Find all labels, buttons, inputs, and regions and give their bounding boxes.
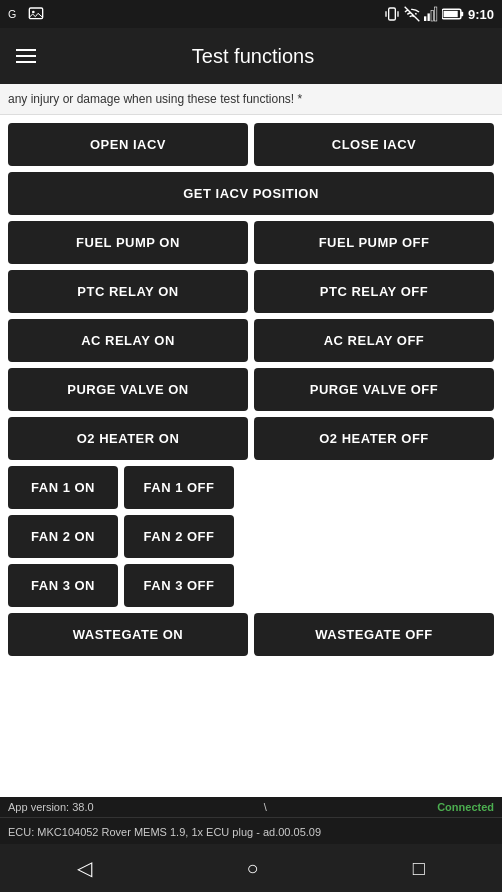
status-bar-right: 9:10 <box>384 6 494 22</box>
svg-rect-8 <box>431 11 433 22</box>
google-icon: G <box>8 6 24 22</box>
status-line-version: App version: 38.0 \ Connected <box>0 797 502 818</box>
navigation-bar: ◁ ○ □ <box>0 844 502 892</box>
ptc-relay-row: PTC RELAY ON PTC RELAY OFF <box>8 270 494 313</box>
wastegate-row: WASTEGATE ON WASTEGATE OFF <box>8 613 494 656</box>
ecu-info-text: ECU: MKC104052 Rover MEMS 1.9, 1x ECU pl… <box>8 826 321 838</box>
fan1-off-button[interactable]: FAN 1 OFF <box>124 466 234 509</box>
close-iacv-button[interactable]: CLOSE IACV <box>254 123 494 166</box>
photo-icon <box>28 6 44 22</box>
purge-valve-row: PURGE VALVE ON PURGE VALVE OFF <box>8 368 494 411</box>
app-version-text: App version: 38.0 <box>8 801 94 813</box>
ac-relay-off-button[interactable]: AC RELAY OFF <box>254 319 494 362</box>
toolbar-title: Test functions <box>52 45 454 68</box>
get-iacv-position-row: GET IACV POSITION <box>8 172 494 215</box>
svg-text:G: G <box>8 8 16 20</box>
svg-rect-1 <box>29 8 42 19</box>
ac-relay-row: AC RELAY ON AC RELAY OFF <box>8 319 494 362</box>
status-bottom-bar: App version: 38.0 \ Connected ECU: MKC10… <box>0 797 502 844</box>
fan3-on-button[interactable]: FAN 3 ON <box>8 564 118 607</box>
status-line-ecu: ECU: MKC104052 Rover MEMS 1.9, 1x ECU pl… <box>0 818 502 844</box>
open-iacv-button[interactable]: OPEN IACV <box>8 123 248 166</box>
svg-rect-11 <box>461 12 463 17</box>
purge-valve-off-button[interactable]: PURGE VALVE OFF <box>254 368 494 411</box>
status-bar: G 9:10 <box>0 0 502 28</box>
wastegate-on-button[interactable]: WASTEGATE ON <box>8 613 248 656</box>
status-time: 9:10 <box>468 7 494 22</box>
signal-icon <box>424 6 438 22</box>
o2-heater-on-button[interactable]: O2 HEATER ON <box>8 417 248 460</box>
svg-rect-7 <box>427 13 429 21</box>
fuel-pump-row: FUEL PUMP ON FUEL PUMP OFF <box>8 221 494 264</box>
fan2-off-button[interactable]: FAN 2 OFF <box>124 515 234 558</box>
home-button[interactable]: ○ <box>246 857 258 880</box>
purge-valve-on-button[interactable]: PURGE VALVE ON <box>8 368 248 411</box>
wifi-icon <box>404 6 420 22</box>
warning-text: any injury or damage when using these te… <box>0 84 502 115</box>
svg-rect-9 <box>434 7 436 21</box>
battery-icon <box>442 7 464 21</box>
get-iacv-position-button[interactable]: GET IACV POSITION <box>8 172 494 215</box>
recent-apps-button[interactable]: □ <box>413 857 425 880</box>
fan2-on-button[interactable]: FAN 2 ON <box>8 515 118 558</box>
ptc-relay-off-button[interactable]: PTC RELAY OFF <box>254 270 494 313</box>
hamburger-menu-button[interactable] <box>16 49 36 63</box>
o2-heater-row: O2 HEATER ON O2 HEATER OFF <box>8 417 494 460</box>
svg-point-2 <box>32 11 35 14</box>
svg-rect-12 <box>444 11 458 17</box>
connected-status: Connected <box>437 801 494 813</box>
toolbar: Test functions <box>0 28 502 84</box>
back-button[interactable]: ◁ <box>77 856 92 880</box>
fan1-row: FAN 1 ON FAN 1 OFF <box>8 466 494 509</box>
ac-relay-on-button[interactable]: AC RELAY ON <box>8 319 248 362</box>
fan1-on-button[interactable]: FAN 1 ON <box>8 466 118 509</box>
o2-heater-off-button[interactable]: O2 HEATER OFF <box>254 417 494 460</box>
content-area: OPEN IACV CLOSE IACV GET IACV POSITION F… <box>0 115 502 793</box>
svg-rect-6 <box>424 16 426 21</box>
fuel-pump-on-button[interactable]: FUEL PUMP ON <box>8 221 248 264</box>
fan3-off-button[interactable]: FAN 3 OFF <box>124 564 234 607</box>
vibrate-icon <box>384 6 400 22</box>
fan2-row: FAN 2 ON FAN 2 OFF <box>8 515 494 558</box>
iacv-open-close-row: OPEN IACV CLOSE IACV <box>8 123 494 166</box>
wastegate-off-button[interactable]: WASTEGATE OFF <box>254 613 494 656</box>
status-divider: \ <box>264 801 267 813</box>
fuel-pump-off-button[interactable]: FUEL PUMP OFF <box>254 221 494 264</box>
svg-rect-3 <box>389 8 396 20</box>
ptc-relay-on-button[interactable]: PTC RELAY ON <box>8 270 248 313</box>
status-bar-left: G <box>8 6 44 22</box>
fan3-row: FAN 3 ON FAN 3 OFF <box>8 564 494 607</box>
